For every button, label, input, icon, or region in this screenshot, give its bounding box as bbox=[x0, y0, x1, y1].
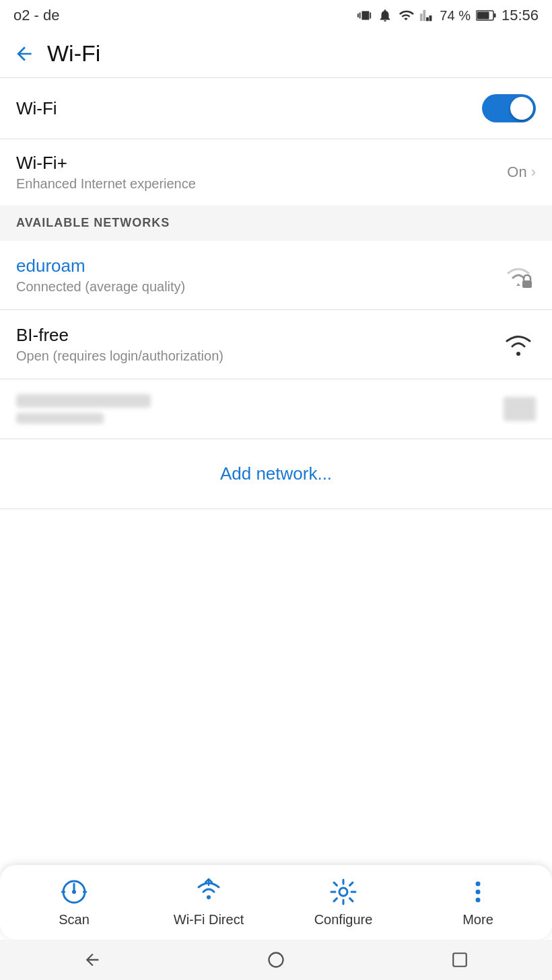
wifi-toggle-label: Wi-Fi bbox=[16, 98, 57, 119]
scan-label: Scan bbox=[59, 912, 90, 928]
wifi-plus-row[interactable]: Wi-Fi+ Enhanced Internet experience On › bbox=[0, 139, 552, 205]
alarm-icon bbox=[378, 8, 392, 23]
navigation-bar bbox=[0, 940, 552, 980]
nav-home-button[interactable] bbox=[256, 946, 296, 973]
add-network-text: Add network... bbox=[220, 463, 332, 484]
page-header: Wi-Fi bbox=[0, 30, 552, 78]
nav-recent-button[interactable] bbox=[440, 946, 480, 973]
wifi-icon-wrap-bifree bbox=[501, 330, 536, 359]
network-item-blurred[interactable] bbox=[0, 379, 552, 439]
bottom-toolbar: Scan Wi-Fi Direct Configure More bbox=[0, 865, 552, 940]
svg-rect-3 bbox=[522, 280, 532, 288]
svg-point-7 bbox=[207, 895, 211, 899]
carrier-text: o2 - de bbox=[13, 7, 60, 24]
network-info-eduroam: eduroam Connected (average quality) bbox=[16, 256, 185, 295]
network-name-eduroam: eduroam bbox=[16, 256, 185, 276]
status-time: 15:56 bbox=[502, 7, 539, 24]
scan-icon bbox=[59, 877, 89, 907]
wifi-direct-label: Wi-Fi Direct bbox=[174, 912, 244, 928]
wifi-toggle-row[interactable]: Wi-Fi bbox=[0, 78, 552, 139]
status-bar: o2 - de 74 % 15:56 bbox=[0, 0, 552, 30]
available-networks-header: AVAILABLE NETWORKS bbox=[0, 205, 552, 241]
section-header-text: AVAILABLE NETWORKS bbox=[16, 216, 170, 229]
divider-5 bbox=[0, 508, 552, 509]
wifi-plus-status: On › bbox=[507, 163, 536, 181]
more-label: More bbox=[462, 912, 493, 928]
svg-rect-2 bbox=[477, 12, 489, 20]
add-network-row[interactable]: Add network... bbox=[0, 439, 552, 508]
wifi-open-icon bbox=[504, 332, 533, 357]
network-info-bifree: BI-free Open (requires login/authorizati… bbox=[16, 325, 223, 364]
svg-point-12 bbox=[269, 953, 283, 967]
svg-point-8 bbox=[339, 888, 347, 896]
battery-icon bbox=[476, 9, 496, 22]
toolbar-wifi-direct[interactable]: Wi-Fi Direct bbox=[141, 877, 276, 928]
more-icon bbox=[463, 877, 493, 907]
network-status-bifree: Open (requires login/authorization) bbox=[16, 348, 223, 364]
wifi-plus-text: Wi-Fi+ Enhanced Internet experience bbox=[16, 153, 196, 192]
network-item-eduroam[interactable]: eduroam Connected (average quality) bbox=[0, 241, 552, 309]
chevron-right-icon: › bbox=[531, 163, 536, 181]
battery-percent: 74 % bbox=[440, 8, 471, 24]
svg-point-9 bbox=[476, 882, 481, 887]
blurred-name bbox=[16, 394, 151, 408]
wifi-toggle-switch[interactable] bbox=[482, 94, 536, 122]
wifi-lock-icon bbox=[503, 262, 534, 289]
network-item-bifree[interactable]: BI-free Open (requires login/authorizati… bbox=[0, 310, 552, 379]
status-right: 74 % 15:56 bbox=[357, 7, 539, 24]
blurred-status bbox=[16, 413, 104, 424]
svg-rect-1 bbox=[493, 13, 495, 17]
wifi-status-icon bbox=[398, 8, 414, 23]
network-status-eduroam: Connected (average quality) bbox=[16, 279, 185, 295]
svg-point-11 bbox=[476, 898, 481, 903]
toggle-track bbox=[482, 94, 536, 122]
svg-point-4 bbox=[516, 352, 520, 356]
toolbar-configure[interactable]: Configure bbox=[276, 877, 411, 928]
toggle-thumb bbox=[510, 97, 533, 120]
back-button[interactable] bbox=[13, 43, 35, 65]
wifi-plus-title: Wi-Fi+ bbox=[16, 153, 196, 174]
wifi-direct-icon bbox=[194, 877, 223, 907]
svg-rect-13 bbox=[454, 953, 467, 967]
toolbar-scan[interactable]: Scan bbox=[7, 877, 141, 928]
network-blurred-info bbox=[16, 394, 151, 424]
wifi-plus-status-text: On bbox=[507, 163, 526, 181]
svg-point-10 bbox=[476, 890, 481, 895]
wifi-lock-icon-wrap bbox=[501, 260, 536, 290]
blurred-icon bbox=[504, 397, 536, 421]
configure-label: Configure bbox=[314, 912, 373, 928]
page-title: Wi-Fi bbox=[47, 40, 100, 67]
nav-back-button[interactable] bbox=[72, 946, 112, 973]
svg-point-6 bbox=[72, 890, 76, 894]
signal-icon bbox=[419, 8, 434, 23]
wifi-plus-subtitle: Enhanced Internet experience bbox=[16, 176, 196, 192]
toolbar-more[interactable]: More bbox=[411, 877, 545, 928]
network-name-bifree: BI-free bbox=[16, 325, 223, 346]
vibrate-icon bbox=[357, 8, 372, 23]
configure-icon bbox=[329, 877, 358, 907]
